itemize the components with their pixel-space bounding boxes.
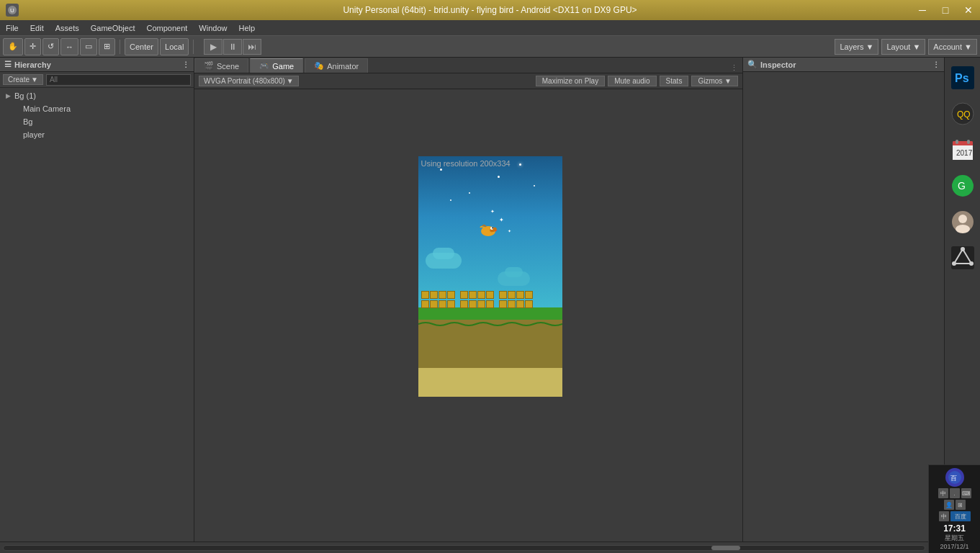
star-1 (440, 168, 442, 171)
svg-point-5 (492, 227, 493, 228)
input-method-icons: 百 (945, 468, 964, 487)
svg-text:百: 百 (950, 475, 957, 482)
tray-icon-6[interactable]: 中 (939, 511, 949, 521)
game-frame: Using resolution 200x334 (418, 156, 562, 397)
system-tray: 百 中 . ⌨ 👤 ⊞ 中 百度 17:31 星期五 2017/12/1 (928, 464, 980, 553)
clock-time: 17:31 (940, 523, 968, 534)
tray-icon-1[interactable]: 中 (938, 488, 948, 498)
sparkle-2: ✦ (508, 228, 511, 233)
sand-area (418, 368, 562, 397)
sparkle-3: ✦ (490, 209, 495, 215)
baidu-icon[interactable]: 百 (945, 468, 964, 487)
main-layout: ☰ Hierarchy ⋮ Create ▼ ▶ Bg (1) Main Cam… (0, 58, 980, 553)
tray-icon-baidu-input[interactable]: 百度 (950, 511, 971, 521)
tray-icon-2[interactable]: . (950, 488, 960, 498)
tray-row-2: 中 百度 (939, 511, 971, 521)
platform-blocks (421, 291, 554, 299)
bottom-scrollbar (0, 541, 928, 553)
center-panel: 🎬 Scene 🎮 Game 🎭 Animator ⋮ WVGA Portrai… (194, 58, 742, 553)
cloud-2b (505, 267, 523, 277)
star-5 (519, 163, 521, 166)
game-scene: ✦ ✦ ✦ (418, 156, 562, 397)
resolution-text: Using resolution 200x334 (421, 159, 511, 168)
clock: 17:31 星期五 2017/12/1 (940, 523, 968, 550)
bird (479, 224, 498, 237)
wavy-line (418, 320, 562, 327)
scrollbar-track[interactable] (3, 545, 925, 551)
star-3 (534, 185, 535, 186)
cloud-1b (433, 248, 454, 259)
star-6 (450, 199, 451, 201)
tray-icon-5[interactable]: ⊞ (956, 500, 966, 510)
tray-icon-3[interactable]: ⌨ (961, 488, 971, 498)
star-4 (469, 192, 470, 194)
tray-icons-row: 中 . ⌨ 👤 ⊞ (933, 488, 976, 510)
star-2 (498, 176, 500, 178)
sparkle-1: ✦ (499, 217, 504, 223)
game-canvas: Using resolution 200x334 (194, 58, 742, 553)
scrollbar-thumb[interactable] (711, 546, 740, 550)
clock-day: 星期五 (940, 534, 968, 543)
platform-blocks-2 (421, 300, 533, 308)
clock-date: 2017/12/1 (940, 543, 968, 550)
ground-grass (418, 307, 562, 320)
tray-icon-4[interactable]: 👤 (944, 500, 954, 510)
